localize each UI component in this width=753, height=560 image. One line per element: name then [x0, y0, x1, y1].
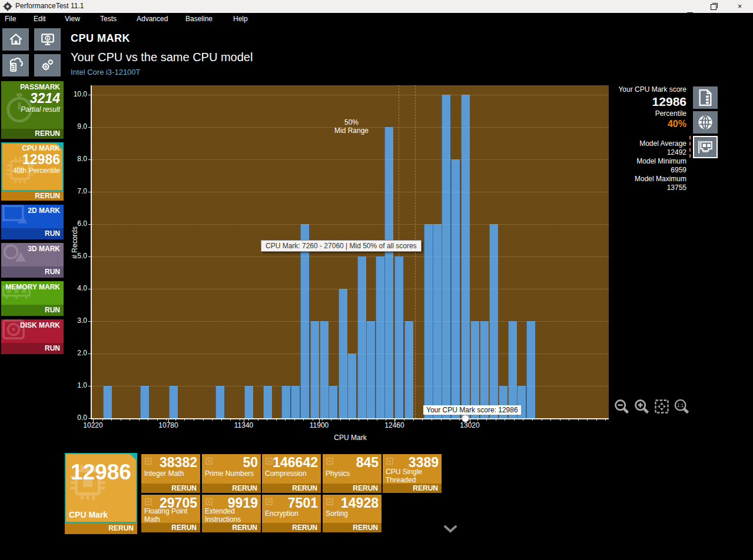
- rerun-button[interactable]: RERUN: [202, 484, 261, 493]
- stat-value: 12492: [583, 148, 686, 157]
- result-score: 14928: [341, 495, 379, 511]
- histogram-bar[interactable]: [169, 386, 178, 418]
- zoom-out-icon[interactable]: [612, 396, 631, 416]
- result-tile-physics[interactable]: 845 Physics RERUN: [323, 454, 382, 493]
- result-tile-integer-math[interactable]: 38382 Integer Math RERUN: [141, 454, 200, 493]
- close-button[interactable]: ×: [727, 0, 753, 13]
- result-tile-cpu-mark[interactable]: 12986 CPU Mark RERUN: [65, 453, 137, 534]
- run-button[interactable]: RUN: [1, 305, 64, 316]
- expand-more-chevron-icon[interactable]: [443, 524, 458, 534]
- mid-range-dashed-line: [399, 85, 399, 418]
- result-tile-sorting[interactable]: 14928 Sorting RERUN: [323, 495, 382, 532]
- result-score: 12986: [65, 460, 137, 485]
- your-score-marker[interactable]: [462, 415, 469, 422]
- cpu-chip-icon: [324, 496, 336, 510]
- page-subtitle: Your CPU vs the same CPU model: [71, 51, 253, 64]
- stat-value: 13755: [583, 184, 686, 192]
- histogram-bar[interactable]: [215, 386, 224, 418]
- sidebar-tile-2d-mark[interactable]: 2D MARK RUN: [1, 205, 64, 239]
- stat-label: Model Minimum: [583, 157, 686, 166]
- menu-file[interactable]: File: [2, 14, 18, 24]
- histogram-bar[interactable]: [404, 321, 413, 418]
- rerun-button[interactable]: RERUN: [65, 523, 137, 534]
- globe-icon[interactable]: [693, 111, 718, 134]
- rerun-button[interactable]: RERUN: [1, 129, 64, 139]
- rerun-button[interactable]: RERUN: [323, 484, 382, 493]
- rerun-button[interactable]: RERUN: [1, 191, 64, 201]
- report-icon[interactable]: [693, 86, 718, 109]
- histogram-bar[interactable]: [320, 321, 329, 418]
- sidebar-tile-cpu-mark[interactable]: CPU MARK 12986 40th Percentile RERUN: [1, 142, 64, 201]
- stat-label: Model Average: [583, 139, 686, 148]
- menu-view[interactable]: View: [62, 14, 82, 24]
- histogram-bar[interactable]: [263, 386, 272, 418]
- pci-card-icon[interactable]: [693, 136, 718, 158]
- histogram-bar[interactable]: [508, 321, 517, 418]
- menu-baseline[interactable]: Baseline: [183, 14, 215, 24]
- menu-help[interactable]: Help: [231, 14, 250, 24]
- result-score: 38382: [160, 455, 197, 471]
- titlebar: PerformanceTest 11.1 ×: [0, 0, 753, 13]
- rerun-button[interactable]: RERUN: [141, 484, 200, 493]
- x-tick-label: 10780: [155, 421, 181, 429]
- zoom-one-to-one-icon[interactable]: 1:1: [672, 396, 691, 416]
- histogram-bar[interactable]: [384, 127, 393, 418]
- sidebar-tile-memory-mark[interactable]: MEMORY MARK RUN: [1, 281, 64, 316]
- histogram-bar[interactable]: [470, 321, 479, 418]
- settings-gears-button[interactable]: [34, 54, 61, 76]
- rerun-button[interactable]: RERUN: [141, 523, 200, 532]
- percentile-value: 40%: [583, 118, 686, 130]
- rerun-button[interactable]: RERUN: [323, 523, 382, 532]
- result-label: Prime Numbers: [205, 470, 256, 478]
- result-label: Physics: [326, 470, 352, 478]
- histogram-bar[interactable]: [310, 321, 319, 418]
- sidebar-tile-disk-mark[interactable]: DISK MARK RUN: [1, 319, 64, 354]
- histogram-bar[interactable]: [140, 386, 149, 418]
- cpu-chip-icon: [142, 455, 154, 469]
- histogram-bar[interactable]: [329, 386, 337, 418]
- histogram-bar[interactable]: [480, 321, 489, 418]
- cloud-upload-button[interactable]: [2, 54, 29, 76]
- result-tile-compression[interactable]: 146642 Compression RERUN: [262, 454, 321, 493]
- result-tile-extended-instructions[interactable]: 9919 Extended Instructions (SSE) RERUN: [202, 495, 261, 532]
- result-label: Extended Instructions (SSE): [205, 508, 261, 523]
- run-button[interactable]: RUN: [1, 228, 64, 239]
- result-tile-prime-numbers[interactable]: 50 Prime Numbers RERUN: [202, 454, 261, 493]
- histogram-bar[interactable]: [103, 386, 112, 418]
- zoom-fit-icon[interactable]: [652, 396, 671, 416]
- histogram-bar[interactable]: [244, 386, 253, 418]
- result-tile-encryption[interactable]: 7501 Encryption RERUN: [262, 495, 321, 532]
- histogram-bar[interactable]: [357, 256, 366, 418]
- result-label: Integer Math: [144, 470, 186, 478]
- histogram-plot[interactable]: 13020124601190011340107801022010.09.08.0…: [91, 85, 609, 419]
- histogram-bar[interactable]: [281, 386, 290, 418]
- your-score-tooltip: Your CPU Mark score: 12986: [423, 405, 521, 415]
- menu-tests[interactable]: Tests: [98, 14, 119, 24]
- y-tick-label: 1.0: [67, 381, 87, 389]
- restore-button[interactable]: [700, 0, 727, 13]
- rerun-button[interactable]: RERUN: [202, 523, 261, 532]
- cpu-chip-icon: [263, 496, 275, 510]
- histogram-bar[interactable]: [376, 256, 384, 418]
- result-tile-cpu-single-threaded[interactable]: 3389 CPU Single Threaded RERUN: [383, 454, 442, 493]
- run-button[interactable]: RUN: [1, 343, 64, 354]
- sidebar-tile-passmark[interactable]: PASSMARK 3214 Partial result RERUN: [1, 81, 64, 139]
- sidebar-tile-3d-mark[interactable]: 3D MARK RUN: [1, 243, 64, 278]
- menu-edit[interactable]: Edit: [31, 14, 48, 24]
- rerun-button[interactable]: RERUN: [383, 484, 442, 493]
- histogram-bar[interactable]: [291, 386, 300, 418]
- rerun-button[interactable]: RERUN: [262, 484, 321, 493]
- rerun-button[interactable]: RERUN: [262, 523, 321, 532]
- cpu-model-link[interactable]: Intel Core i3-12100T: [71, 68, 141, 76]
- result-tile-floating-point-math[interactable]: 29705 Floating Point Math RERUN: [141, 495, 200, 532]
- run-button[interactable]: RUN: [1, 266, 64, 278]
- home-button[interactable]: [2, 28, 29, 51]
- 3d-shapes-icon: [2, 243, 28, 265]
- histogram-bar[interactable]: [366, 321, 375, 418]
- menu-advanced[interactable]: Advanced: [134, 14, 170, 24]
- zoom-in-icon[interactable]: [632, 396, 651, 416]
- minimize-button[interactable]: [674, 0, 700, 13]
- system-info-button[interactable]: [34, 28, 61, 51]
- histogram-bar[interactable]: [526, 321, 535, 418]
- ram-icon: [2, 284, 31, 304]
